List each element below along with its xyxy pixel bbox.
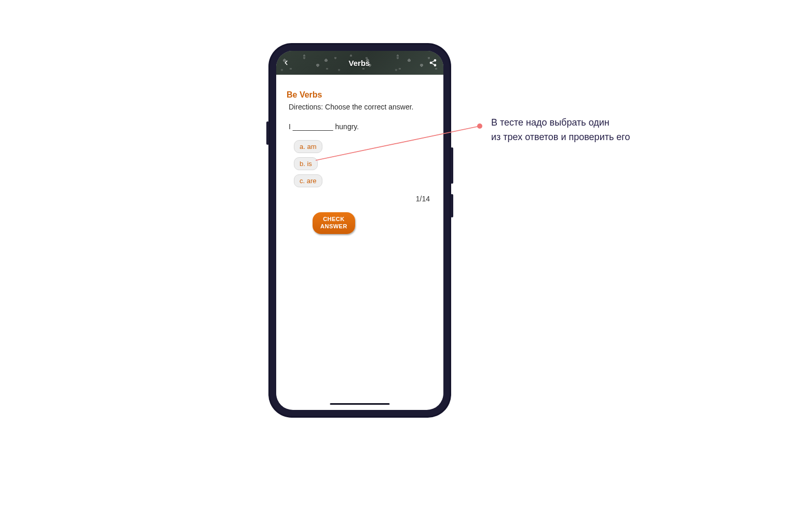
- svg-point-6: [477, 123, 482, 129]
- quiz-question: I __________ hungry.: [289, 122, 433, 131]
- app-header-title: Verbs: [349, 59, 370, 67]
- quiz-progress: 1/14: [287, 195, 433, 203]
- check-answer-button[interactable]: CHECK ANSWER: [313, 212, 355, 234]
- share-icon[interactable]: [429, 59, 437, 67]
- quiz-content: Be Verbs Directions: Choose the correct …: [276, 75, 443, 240]
- quiz-directions: Directions: Choose the correct answer.: [289, 103, 433, 111]
- svg-line-4: [431, 63, 434, 65]
- annotation-line-2: из трех ответов и проверить его: [491, 130, 630, 145]
- back-icon[interactable]: [282, 59, 290, 66]
- phone-screen: Verbs Be Verbs Directions: Choose the co…: [276, 51, 443, 410]
- option-c[interactable]: c. are: [294, 174, 322, 187]
- home-indicator: [330, 403, 390, 405]
- option-b[interactable]: b. is: [294, 157, 318, 170]
- phone-side-button-right-2: [451, 194, 453, 217]
- section-title: Be Verbs: [287, 90, 433, 100]
- phone-frame: Verbs Be Verbs Directions: Choose the co…: [269, 44, 451, 417]
- options-group: a. am b. is c. are: [294, 140, 433, 187]
- svg-line-3: [431, 61, 434, 62]
- phone-side-button-right-1: [451, 147, 453, 184]
- annotation-text: В тесте надо выбрать один из трех ответо…: [491, 116, 630, 145]
- app-header: Verbs: [276, 51, 443, 75]
- option-a[interactable]: a. am: [294, 140, 322, 153]
- phone-side-button-left: [266, 121, 269, 145]
- annotation-line-1: В тесте надо выбрать один: [491, 116, 630, 130]
